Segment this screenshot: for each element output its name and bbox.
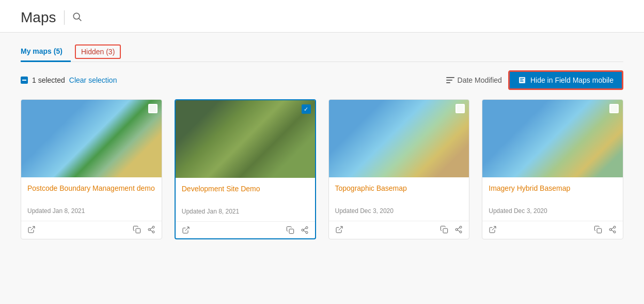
tab-hidden[interactable]: Hidden (3) bbox=[75, 44, 121, 59]
share-icon-2[interactable] bbox=[301, 226, 309, 234]
card-body-2: Development Site Demo Updated Jan 8, 202… bbox=[176, 178, 315, 221]
svg-point-6 bbox=[148, 229, 150, 231]
svg-line-22 bbox=[458, 230, 460, 232]
card-updated-2: Updated Jan 8, 2021 bbox=[182, 208, 309, 215]
page-header: Maps bbox=[0, 0, 644, 33]
svg-point-21 bbox=[460, 231, 462, 233]
svg-point-28 bbox=[614, 231, 616, 233]
copy-icon-4[interactable] bbox=[594, 225, 602, 234]
svg-line-15 bbox=[303, 231, 306, 232]
svg-point-13 bbox=[302, 229, 304, 231]
share-icon-3[interactable] bbox=[454, 225, 463, 234]
field-maps-icon bbox=[518, 76, 526, 84]
card-footer-icons-3 bbox=[440, 225, 463, 234]
card-body-1: Postcode Boundary Management demo Update… bbox=[21, 177, 162, 221]
map-card-4[interactable]: Imagery Hybrid Basemap Updated Dec 3, 20… bbox=[482, 99, 623, 239]
selection-indicator-icon bbox=[21, 77, 28, 84]
card-title-3: Topographic Basemap bbox=[335, 184, 463, 203]
svg-line-17 bbox=[338, 226, 342, 230]
selected-count: 1 selected bbox=[32, 76, 65, 84]
card-footer-icons-4 bbox=[594, 225, 617, 234]
svg-point-5 bbox=[152, 226, 154, 228]
card-footer-3 bbox=[329, 221, 469, 238]
card-title-4: Imagery Hybrid Basemap bbox=[489, 184, 617, 203]
svg-point-14 bbox=[306, 232, 308, 234]
hide-in-field-maps-button[interactable]: Hide in Field Maps mobile bbox=[508, 70, 623, 90]
svg-line-10 bbox=[185, 227, 189, 231]
open-link-icon-2[interactable] bbox=[182, 226, 190, 234]
tabs-row: My maps (5) Hidden (3) bbox=[21, 43, 623, 62]
search-icon[interactable] bbox=[72, 11, 82, 24]
svg-point-0 bbox=[74, 13, 80, 19]
copy-icon-2[interactable] bbox=[286, 226, 294, 234]
card-title-1: Postcode Boundary Management demo bbox=[27, 184, 155, 203]
tab-my-maps[interactable]: My maps (5) bbox=[21, 43, 71, 62]
svg-rect-18 bbox=[443, 229, 448, 233]
svg-point-19 bbox=[460, 226, 462, 228]
card-checkbox-3[interactable] bbox=[455, 104, 465, 113]
card-footer-icons-1 bbox=[133, 225, 155, 234]
map-card-3[interactable]: Topographic Basemap Updated Dec 3, 2020 bbox=[328, 99, 470, 239]
svg-point-27 bbox=[609, 229, 611, 231]
copy-icon-1[interactable] bbox=[133, 225, 141, 234]
svg-point-12 bbox=[306, 226, 308, 229]
svg-rect-4 bbox=[136, 229, 140, 233]
card-thumbnail-2 bbox=[176, 100, 315, 178]
svg-line-9 bbox=[150, 227, 152, 229]
hide-btn-label: Hide in Field Maps mobile bbox=[530, 76, 614, 84]
share-icon-4[interactable] bbox=[608, 225, 617, 234]
open-link-icon-3[interactable] bbox=[335, 225, 343, 234]
svg-line-3 bbox=[31, 226, 35, 230]
share-icon-1[interactable] bbox=[147, 225, 155, 234]
card-title-2: Development Site Demo bbox=[182, 184, 309, 204]
sort-icon bbox=[446, 77, 454, 83]
card-footer-1 bbox=[21, 221, 162, 238]
svg-line-16 bbox=[303, 228, 306, 230]
sort-line-2 bbox=[446, 80, 452, 81]
svg-line-1 bbox=[79, 19, 82, 21]
svg-line-8 bbox=[150, 230, 152, 232]
svg-line-30 bbox=[611, 227, 614, 229]
sort-label: Date Modified bbox=[458, 76, 502, 84]
sort-line-1 bbox=[446, 77, 454, 78]
card-footer-4 bbox=[482, 221, 623, 238]
clear-selection-button[interactable]: Clear selection bbox=[69, 76, 117, 84]
map-card-2[interactable]: Development Site Demo Updated Jan 8, 202… bbox=[175, 99, 316, 239]
selection-info: 1 selected Clear selection bbox=[21, 76, 117, 84]
card-checkbox-1[interactable] bbox=[148, 104, 158, 113]
card-updated-3: Updated Dec 3, 2020 bbox=[335, 207, 463, 215]
card-updated-1: Updated Jan 8, 2021 bbox=[27, 207, 155, 215]
svg-point-26 bbox=[614, 226, 616, 228]
svg-point-20 bbox=[455, 229, 458, 231]
card-body-3: Topographic Basemap Updated Dec 3, 2020 bbox=[329, 177, 469, 221]
card-footer-icons-2 bbox=[286, 226, 309, 234]
svg-line-24 bbox=[492, 226, 496, 230]
header-divider bbox=[64, 10, 65, 25]
content-area: My maps (5) Hidden (3) 1 selected Clear … bbox=[0, 33, 644, 250]
card-checkbox-4[interactable] bbox=[609, 104, 619, 113]
sort-and-action: Date Modified Hide in Field Maps mobile bbox=[446, 70, 623, 90]
map-card-1[interactable]: Postcode Boundary Management demo Update… bbox=[21, 99, 162, 239]
svg-rect-25 bbox=[597, 229, 602, 233]
open-link-icon-1[interactable] bbox=[27, 225, 36, 234]
page-title: Maps bbox=[21, 9, 56, 26]
svg-line-29 bbox=[611, 230, 614, 232]
card-footer-2 bbox=[176, 221, 315, 238]
sort-control[interactable]: Date Modified bbox=[446, 76, 502, 84]
svg-line-23 bbox=[458, 227, 460, 229]
cards-grid: Postcode Boundary Management demo Update… bbox=[21, 99, 623, 239]
card-thumbnail-3 bbox=[329, 100, 469, 177]
toolbar-row: 1 selected Clear selection Date Modified… bbox=[21, 70, 623, 90]
card-body-4: Imagery Hybrid Basemap Updated Dec 3, 20… bbox=[482, 177, 623, 221]
copy-icon-3[interactable] bbox=[440, 225, 448, 234]
card-thumbnail-4 bbox=[482, 100, 623, 177]
card-updated-4: Updated Dec 3, 2020 bbox=[489, 207, 617, 215]
svg-rect-11 bbox=[289, 229, 294, 234]
open-link-icon-4[interactable] bbox=[489, 225, 497, 234]
card-thumbnail-1 bbox=[21, 100, 162, 177]
svg-point-7 bbox=[152, 231, 154, 233]
card-checkbox-2[interactable] bbox=[302, 104, 311, 114]
sort-line-3 bbox=[446, 82, 450, 83]
